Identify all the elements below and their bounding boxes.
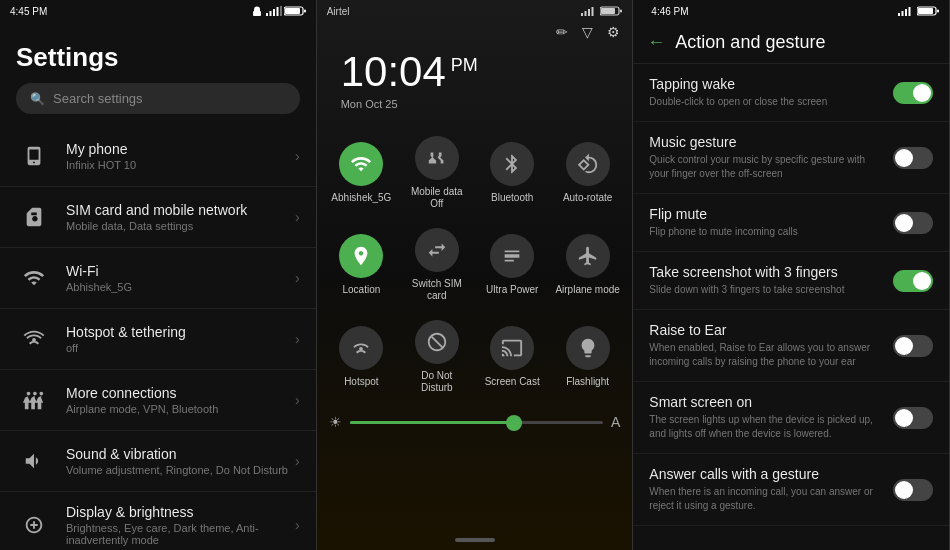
toggle-raise-to-ear[interactable]: [893, 335, 933, 357]
settings-item-my-phone[interactable]: My phone Infinix HOT 10 ›: [0, 126, 316, 187]
settings-item-connections[interactable]: More connections Airplane mode, VPN, Blu…: [0, 370, 316, 431]
qs-airplane[interactable]: Airplane mode: [551, 218, 624, 308]
p2-ampm: PM: [446, 55, 478, 75]
qs-ultra-power[interactable]: Ultra Power: [476, 218, 549, 308]
settings-item-sim[interactable]: SIM card and mobile network Mobile data,…: [0, 187, 316, 248]
display-content: Display & brightness Brightness, Eye car…: [66, 504, 295, 546]
signal-icon-1: [266, 6, 282, 16]
qs-bluetooth-label: Bluetooth: [491, 192, 533, 204]
p3-item-screenshot-3fingers[interactable]: Take screenshot with 3 fingers Slide dow…: [633, 252, 949, 310]
qs-mobile-data-label: Mobile dataOff: [411, 186, 463, 210]
status-icons-3: [898, 6, 939, 16]
connections-icon: [16, 382, 52, 418]
toggle-smart-screen[interactable]: [893, 407, 933, 429]
hotspot-icon: [16, 321, 52, 357]
qs-flashlight[interactable]: Flashlight: [551, 310, 624, 400]
brightness-auto-icon[interactable]: A: [611, 414, 620, 430]
search-bar[interactable]: 🔍 Search settings: [16, 83, 300, 114]
svg-rect-1: [266, 13, 268, 16]
qs-screencast[interactable]: Screen Cast: [476, 310, 549, 400]
settings-item-hotspot[interactable]: Hotspot & tethering off ›: [0, 309, 316, 370]
svg-rect-2: [269, 11, 271, 16]
qs-hotspot-icon: [350, 337, 372, 359]
sound-icon: [16, 443, 52, 479]
p3-item-tapping-wake[interactable]: Tapping wake Double-click to open or clo…: [633, 64, 949, 122]
p3-raise-to-ear-content: Raise to Ear When enabled, Raise to Ear …: [649, 322, 893, 369]
svg-rect-10: [585, 11, 587, 16]
hotspot-title: Hotspot & tethering: [66, 324, 295, 340]
qs-wifi[interactable]: Abhishek_5G: [325, 126, 398, 216]
p3-tapping-wake-content: Tapping wake Double-click to open or clo…: [649, 76, 893, 109]
toggle-music-gesture[interactable]: [893, 147, 933, 169]
qs-switch-sim-icon-circle: [415, 228, 459, 272]
qs-hotspot[interactable]: Hotspot: [325, 310, 398, 400]
settings-item-sound[interactable]: Sound & vibration Volume adjustment, Rin…: [0, 431, 316, 492]
settings-title: Settings: [0, 22, 316, 83]
qs-hotspot-icon-circle: [339, 326, 383, 370]
qs-wifi-icon-circle: [339, 142, 383, 186]
settings-item-wifi[interactable]: Wi-Fi Abhishek_5G ›: [0, 248, 316, 309]
action-gesture-panel: 4:46 PM ← Action and gesture Tapping wak…: [633, 0, 950, 550]
toggle-answer-gesture-knob: [895, 481, 913, 499]
qs-autorotate[interactable]: Auto-rotate: [551, 126, 624, 216]
sim-subtitle: Mobile data, Data settings: [66, 220, 295, 232]
qs-location[interactable]: Location: [325, 218, 398, 308]
brightness-thumb[interactable]: [506, 415, 522, 431]
qs-dnd[interactable]: Do Not Disturb: [400, 310, 473, 400]
settings-gear-icon[interactable]: ⚙: [607, 24, 620, 40]
edit-icon[interactable]: ✏: [556, 24, 568, 40]
toggle-smart-screen-knob: [895, 409, 913, 427]
back-icon[interactable]: ←: [647, 32, 665, 53]
qs-dnd-label: Do Not Disturb: [404, 370, 469, 394]
p3-item-answer-gesture[interactable]: Answer calls with a gesture When there i…: [633, 454, 949, 526]
toggle-flip-mute[interactable]: [893, 212, 933, 234]
qs-location-icon: [350, 245, 372, 267]
connections-content: More connections Airplane mode, VPN, Blu…: [66, 385, 295, 415]
filter-icon[interactable]: ▽: [582, 24, 593, 40]
svg-rect-18: [905, 9, 907, 16]
p3-item-music-gesture[interactable]: Music gesture Quick control your music b…: [633, 122, 949, 194]
qs-autorotate-icon: [577, 153, 599, 175]
p3-answer-gesture-content: Answer calls with a gesture When there i…: [649, 466, 893, 513]
svg-rect-16: [898, 13, 900, 16]
p3-raise-to-ear-title: Raise to Ear: [649, 322, 881, 338]
toggle-tapping-wake[interactable]: [893, 82, 933, 104]
qs-airplane-icon: [577, 245, 599, 267]
qs-mobile-data[interactable]: Mobile dataOff: [400, 126, 473, 216]
p3-smart-screen-desc: The screen lights up when the device is …: [649, 413, 881, 441]
qs-switch-sim[interactable]: Switch SIM card: [400, 218, 473, 308]
p3-flip-mute-title: Flip mute: [649, 206, 881, 222]
status-icons-2: [581, 6, 622, 16]
battery-icon-1: [284, 6, 306, 16]
qs-ultra-power-icon-circle: [490, 234, 534, 278]
settings-panel: 4:45 PM Settings 🔍 Search settings My ph…: [0, 0, 317, 550]
qs-bluetooth[interactable]: Bluetooth: [476, 126, 549, 216]
toggle-screenshot-3fingers[interactable]: [893, 270, 933, 292]
display-icon: [16, 507, 52, 543]
toggle-answer-gesture[interactable]: [893, 479, 933, 501]
phone-icon: [16, 138, 52, 174]
display-subtitle: Brightness, Eye care, Dark theme, Anti-i…: [66, 522, 295, 546]
qs-airplane-icon-circle: [566, 234, 610, 278]
p3-item-raise-to-ear[interactable]: Raise to Ear When enabled, Raise to Ear …: [633, 310, 949, 382]
p3-smart-screen-content: Smart screen on The screen lights up whe…: [649, 394, 893, 441]
signal-icon-2: [581, 6, 597, 16]
svg-rect-0: [253, 11, 261, 16]
sim-content: SIM card and mobile network Mobile data,…: [66, 202, 295, 232]
quick-settings-panel: Airtel ✏ ▽ ⚙ 10:04 PM Mon Oct 25 Abhishe…: [317, 0, 634, 550]
qs-autorotate-icon-circle: [566, 142, 610, 186]
p3-item-smart-screen[interactable]: Smart screen on The screen lights up whe…: [633, 382, 949, 454]
settings-item-display[interactable]: Display & brightness Brightness, Eye car…: [0, 492, 316, 546]
p3-item-flip-mute[interactable]: Flip mute Flip phone to mute incoming ca…: [633, 194, 949, 252]
display-title: Display & brightness: [66, 504, 295, 520]
my-phone-content: My phone Infinix HOT 10: [66, 141, 295, 171]
p3-screenshot-3fingers-desc: Slide down with 3 fingers to take screen…: [649, 283, 881, 297]
p3-music-gesture-content: Music gesture Quick control your music b…: [649, 134, 893, 181]
qs-grid: Abhishek_5G Mobile dataOff Bluetooth Aut…: [317, 120, 633, 406]
my-phone-subtitle: Infinix HOT 10: [66, 159, 295, 171]
brightness-control[interactable]: ☀ A: [317, 406, 633, 438]
chevron-icon: ›: [295, 148, 300, 164]
qs-wifi-icon: [350, 153, 372, 175]
brightness-bar[interactable]: [350, 421, 603, 424]
qs-screencast-label: Screen Cast: [485, 376, 540, 388]
